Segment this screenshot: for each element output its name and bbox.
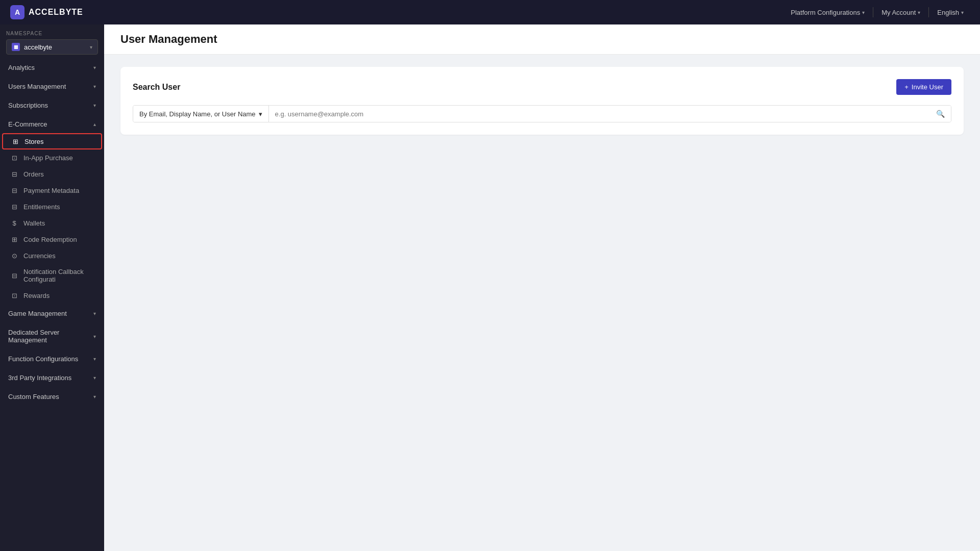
search-filter-chevron-icon: ▾ (259, 110, 262, 118)
page-header: User Management (104, 24, 980, 55)
namespace-chevron-icon: ▾ (90, 44, 92, 50)
search-row: By Email, Display Name, or User Name ▾ 🔍 (133, 105, 951, 122)
sidebar-item-stores[interactable]: ⊞ Stores (2, 133, 102, 149)
3rd-party-chevron-icon: ▾ (93, 375, 96, 381)
brand-name: ACCELBYTE (29, 8, 83, 17)
sidebar-item-ecommerce[interactable]: E-Commerce ▴ (0, 115, 104, 133)
sidebar: NAMESPACE ▦ accelbyte ▾ Analytics ▾ User… (0, 24, 104, 551)
rewards-icon: ⊡ (10, 291, 18, 299)
ecommerce-chevron-icon: ▴ (93, 121, 96, 127)
subscriptions-chevron-icon: ▾ (93, 103, 96, 108)
brand: A ACCELBYTE (10, 5, 83, 19)
search-input-wrapper: 🔍 (269, 106, 951, 122)
layout: NAMESPACE ▦ accelbyte ▾ Analytics ▾ User… (0, 24, 980, 551)
function-config-chevron-icon: ▾ (93, 356, 96, 362)
dedicated-server-chevron-icon: ▾ (93, 334, 96, 339)
platform-configurations-menu[interactable]: Platform Configurations ▾ (785, 6, 871, 19)
search-filter-label: By Email, Display Name, or User Name (139, 110, 256, 118)
sidebar-section-users: Users Management ▾ (0, 78, 104, 95)
navbar-divider-2 (928, 7, 929, 17)
namespace-selector[interactable]: ▦ accelbyte ▾ (6, 39, 98, 55)
sidebar-item-subscriptions[interactable]: Subscriptions ▾ (0, 96, 104, 114)
namespace-icon: ▦ (12, 43, 20, 51)
notification-callback-icon: ⊟ (10, 271, 18, 280)
sidebar-item-payment-metadata[interactable]: ⊟ Payment Metadata (0, 182, 104, 198)
sidebar-item-users-management[interactable]: Users Management ▾ (0, 78, 104, 95)
page-body: Search User + Invite User By Email, Disp… (104, 55, 980, 147)
sidebar-section-subscriptions: Subscriptions ▾ (0, 96, 104, 114)
search-icon[interactable]: 🔍 (930, 106, 951, 122)
search-filter-dropdown[interactable]: By Email, Display Name, or User Name ▾ (133, 106, 269, 122)
sidebar-section-function-config: Function Configurations ▾ (0, 350, 104, 368)
analytics-chevron-icon: ▾ (93, 65, 96, 70)
entitlements-icon: ⊟ (10, 203, 18, 211)
sidebar-item-3rd-party[interactable]: 3rd Party Integrations ▾ (0, 369, 104, 387)
wallets-icon: $ (10, 219, 18, 227)
sidebar-item-rewards[interactable]: ⊡ Rewards (0, 287, 104, 304)
custom-features-chevron-icon: ▾ (93, 394, 96, 399)
language-menu[interactable]: English ▾ (931, 6, 970, 19)
my-account-chevron-icon: ▾ (918, 10, 920, 15)
search-card-header: Search User + Invite User (133, 79, 951, 95)
code-redemption-icon: ⊞ (10, 235, 18, 243)
invite-user-button[interactable]: + Invite User (896, 79, 951, 95)
search-input[interactable] (269, 106, 930, 122)
sidebar-item-custom-features[interactable]: Custom Features ▾ (0, 388, 104, 406)
navbar-right: Platform Configurations ▾ My Account ▾ E… (785, 6, 970, 19)
search-card-title: Search User (133, 83, 180, 92)
sidebar-section-game-management: Game Management ▾ (0, 305, 104, 322)
platform-config-chevron-icon: ▾ (862, 10, 865, 15)
search-card: Search User + Invite User By Email, Disp… (120, 67, 964, 135)
sidebar-item-wallets[interactable]: $ Wallets (0, 215, 104, 231)
navbar: A ACCELBYTE Platform Configurations ▾ My… (0, 0, 980, 24)
payment-metadata-icon: ⊟ (10, 186, 18, 194)
sidebar-section-custom-features: Custom Features ▾ (0, 388, 104, 406)
sidebar-item-currencies[interactable]: ⊙ Currencies (0, 247, 104, 264)
sidebar-item-game-management[interactable]: Game Management ▾ (0, 305, 104, 322)
sidebar-section-dedicated-server: Dedicated Server Management ▾ (0, 323, 104, 349)
users-chevron-icon: ▾ (93, 84, 96, 89)
brand-logo: A (10, 5, 24, 19)
currencies-icon: ⊙ (10, 252, 18, 260)
plus-icon: + (904, 83, 909, 91)
page-title: User Management (120, 33, 964, 46)
sidebar-item-in-app-purchase[interactable]: ⊡ In-App Purchase (0, 149, 104, 166)
namespace-value: accelbyte (24, 43, 86, 51)
my-account-menu[interactable]: My Account ▾ (875, 6, 926, 19)
sidebar-item-orders[interactable]: ⊟ Orders (0, 166, 104, 182)
sidebar-item-analytics[interactable]: Analytics ▾ (0, 59, 104, 77)
navbar-divider (873, 7, 873, 17)
orders-icon: ⊟ (10, 170, 18, 178)
sidebar-item-entitlements[interactable]: ⊟ Entitlements (0, 198, 104, 215)
namespace-label: NAMESPACE (6, 31, 98, 36)
sidebar-section-ecommerce: E-Commerce ▴ ⊞ Stores ⊡ In-App Purchase … (0, 115, 104, 304)
sidebar-section-analytics: Analytics ▾ (0, 59, 104, 77)
sidebar-item-code-redemption[interactable]: ⊞ Code Redemption (0, 231, 104, 247)
stores-icon: ⊞ (11, 137, 19, 145)
sidebar-section-3rd-party: 3rd Party Integrations ▾ (0, 369, 104, 387)
main-content: User Management Search User + Invite Use… (104, 24, 980, 551)
sidebar-item-dedicated-server[interactable]: Dedicated Server Management ▾ (0, 323, 104, 349)
sidebar-item-notification-callback[interactable]: ⊟ Notification Callback Configurati (0, 264, 104, 287)
in-app-purchase-icon: ⊡ (10, 154, 18, 162)
language-chevron-icon: ▾ (961, 10, 964, 15)
game-management-chevron-icon: ▾ (93, 311, 96, 316)
sidebar-item-function-configurations[interactable]: Function Configurations ▾ (0, 350, 104, 368)
namespace-section: NAMESPACE ▦ accelbyte ▾ (0, 24, 104, 59)
